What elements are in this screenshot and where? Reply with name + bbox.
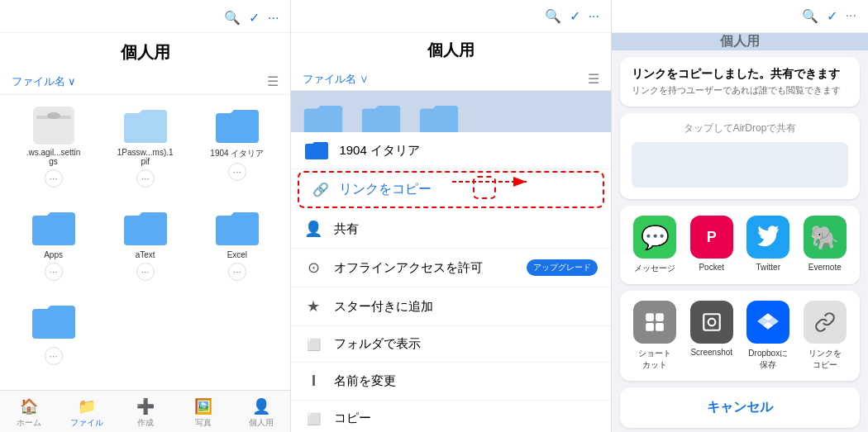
airdrop-area[interactable]: [632, 142, 848, 188]
list-icon[interactable]: ☰: [588, 71, 599, 87]
menu-item-show-folder[interactable]: ⬜ フォルダで表示: [291, 326, 611, 363]
copy-link-icon: [804, 301, 847, 344]
sort-label2[interactable]: ファイル名 ∨: [303, 72, 369, 87]
file-name: 1Passw...ms).1pif: [117, 148, 174, 166]
copy-link-sub: リンクを持つユーザーであれば誰でも閲覧できます: [632, 84, 848, 97]
menu-item-offline[interactable]: ⊙ オフラインアクセスを許可 アップグレード: [291, 249, 611, 287]
file-item[interactable]: 1Passw...ms).1pif ···: [103, 107, 187, 201]
share-app-twitter[interactable]: Twitter: [743, 216, 794, 274]
file-more-btn[interactable]: ···: [136, 169, 155, 188]
nav-item-create[interactable]: ➕ 作成: [117, 397, 174, 429]
menu-item-rename[interactable]: I 名前を変更: [291, 363, 611, 401]
file-more-btn[interactable]: ···: [45, 169, 63, 188]
share-action-copy-link[interactable]: リンクをコピー: [800, 301, 851, 371]
copy-link-title: リンクをコピーしました。共有できます: [632, 67, 848, 82]
file-more-btn[interactable]: ···: [45, 347, 63, 365]
cancel-button[interactable]: キャンセル: [620, 387, 860, 428]
share-actions-card: ショートカット Screenshot: [620, 291, 860, 381]
menu-item-share[interactable]: 👤 共有: [291, 210, 611, 249]
show-folder-label: フォルダで表示: [334, 336, 421, 352]
file-item[interactable]: ···: [12, 302, 95, 378]
offline-label: オフラインアクセスを許可: [334, 260, 483, 276]
nav-item-files[interactable]: 📁 ファイル: [58, 397, 116, 429]
nav-item-home[interactable]: 🏠 ホーム: [0, 397, 58, 429]
evernote-label: Evernote: [808, 263, 842, 272]
upgrade-badge[interactable]: アップグレード: [527, 259, 598, 276]
file-item[interactable]: aText ···: [103, 209, 187, 294]
menu-item-copy[interactable]: ⬜ コピー: [291, 401, 611, 432]
airdrop-card: タップしてAirDropで共有: [620, 113, 860, 199]
folder-icon: [122, 107, 169, 145]
share-action-dropbox[interactable]: Dropboxに保存: [743, 301, 794, 371]
file-more-btn[interactable]: ···: [228, 163, 246, 181]
grid-view-icon[interactable]: ☰: [267, 74, 279, 89]
menu-copy-link-item[interactable]: 🔗 リンクをコピー: [298, 171, 604, 208]
folder-icon: [214, 107, 260, 145]
menu-folder-item[interactable]: 1904 イタリア: [291, 132, 611, 169]
file-item[interactable]: Excel ···: [195, 209, 279, 294]
file-name: aText: [136, 250, 155, 259]
create-icon: ➕: [136, 397, 155, 415]
check-icon3[interactable]: ✓: [827, 8, 837, 27]
more-icon[interactable]: ···: [268, 11, 279, 26]
share-app-messages[interactable]: 💬 メッセージ: [630, 216, 680, 274]
search-icon3[interactable]: 🔍: [802, 8, 818, 27]
menu-item-star[interactable]: ★ スター付きに追加: [291, 287, 611, 326]
airdrop-label: タップしてAirDropで共有: [632, 121, 848, 135]
sort-label[interactable]: ファイル名 ∨: [12, 74, 76, 89]
copy-link-card: リンクをコピーしました。共有できます リンクを持つユーザーであれば誰でも閲覧でき…: [620, 57, 860, 107]
messages-label: メッセージ: [634, 263, 675, 274]
bg-folder1: [303, 102, 344, 132]
share-app-pocket[interactable]: P Pocket: [687, 216, 737, 274]
bg-folder2: [360, 102, 402, 132]
file-item[interactable]: Apps ···: [12, 209, 95, 294]
panel3-header: 🔍 ✓ ···: [612, 0, 868, 33]
folder-icon: [122, 209, 169, 247]
files-icon: 📁: [78, 397, 96, 415]
share-label: 共有: [334, 221, 359, 237]
twitter-icon: [746, 216, 789, 259]
nav-item-personal[interactable]: 👤 個人用: [232, 397, 290, 429]
panel2-title: 個人用: [291, 33, 611, 68]
shortcut-icon: [633, 301, 676, 344]
panel3-bg-title: 個人用: [612, 33, 868, 50]
panel1-title: 個人用: [0, 33, 290, 69]
copy-icon: ⬜: [304, 412, 322, 425]
check-icon2[interactable]: ✓: [570, 8, 580, 24]
copy-label: コピー: [334, 411, 371, 426]
share-apps-card: 💬 メッセージ P Pocket Twitter: [620, 206, 860, 284]
dropbox-label: Dropboxに保存: [748, 348, 788, 371]
more-icon2[interactable]: ···: [589, 9, 599, 24]
file-more-btn[interactable]: ···: [228, 263, 246, 281]
share-action-shortcut[interactable]: ショートカット: [630, 301, 680, 371]
share-action-screenshot[interactable]: Screenshot: [687, 301, 737, 371]
nav-item-photos[interactable]: 🖼️ 写真: [174, 397, 232, 429]
pocket-icon: P: [690, 216, 733, 259]
file-more-btn[interactable]: ···: [45, 263, 63, 281]
share-app-evernote[interactable]: 🐘 Evernote: [800, 216, 851, 274]
file-item[interactable]: .ws.agil...settings ···: [12, 107, 95, 201]
rename-label: 名前を変更: [334, 373, 396, 389]
bg-title-text: 個人用: [720, 33, 760, 50]
search-icon2[interactable]: 🔍: [545, 8, 561, 24]
folder-icon: [214, 209, 260, 247]
search-icon[interactable]: 🔍: [224, 10, 241, 26]
svg-rect-8: [656, 323, 664, 331]
file-item[interactable]: 1904 イタリア ···: [195, 107, 279, 201]
dropbox-icon: [746, 301, 789, 344]
copy-link-label: リンクをコピー: [339, 181, 432, 198]
home-icon: 🏠: [20, 397, 38, 415]
bottom-nav: 🏠 ホーム 📁 ファイル ➕ 作成 🖼️ 写真 👤 個人用: [0, 390, 290, 432]
more-icon3[interactable]: ···: [846, 8, 856, 27]
evernote-icon: 🐘: [804, 216, 847, 259]
screenshot-label: Screenshot: [690, 348, 732, 357]
check-icon[interactable]: ✓: [249, 10, 260, 26]
star-icon: ★: [304, 297, 322, 316]
folder-icon: [31, 302, 77, 340]
svg-rect-6: [656, 313, 664, 321]
files-grid: .ws.agil...settings ··· 1Passw...ms).1pi…: [0, 95, 290, 390]
share-apps-grid: 💬 メッセージ P Pocket Twitter: [630, 216, 850, 274]
file-more-btn[interactable]: ···: [136, 263, 155, 281]
panel1-header: 🔍 ✓ ···: [0, 0, 290, 33]
folder-view-icon: ⬜: [304, 338, 322, 351]
